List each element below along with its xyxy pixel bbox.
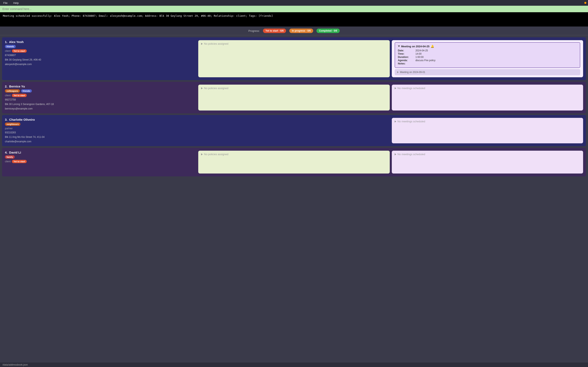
contact-row: 3. Charlotte Oliveiro neighbours partner…: [2, 115, 586, 146]
phone: 93210283: [5, 131, 196, 134]
status-row: clientYet to start: [5, 160, 196, 163]
meeting-time-row: Time: 14:00: [398, 52, 577, 55]
triangle-right-icon: [201, 43, 203, 45]
triangle-right-icon: [397, 71, 399, 73]
progress-bar: Progress: Yet to start - 6/6 In progress…: [0, 26, 588, 35]
meetings-label: No meetings scheduled: [398, 120, 425, 123]
policies-label: No policies assigned: [204, 153, 228, 156]
address: Blk 30 Lorong 3 Serangoon Gardens, #07-1…: [5, 102, 196, 106]
phone: 87438807: [5, 53, 196, 57]
meetings-panel: No meetings scheduled: [392, 85, 583, 110]
tag-colleagues: colleagues: [5, 89, 20, 92]
phone: 99272758: [5, 98, 196, 101]
policies-panel: No policies assigned: [198, 85, 389, 110]
status-badge: Yet to start: [12, 160, 27, 163]
meeting-date-row: Date: 2024-04-25: [398, 49, 577, 52]
email: charlotte@example.com: [5, 140, 196, 143]
meeting-card: Meeting on 2024-04-25 🔔 Date: 2024-04-25…: [395, 42, 580, 68]
email: berniceyu@example.com: [5, 107, 196, 110]
address: Blk 30 Geylang Street 29, #06-40: [5, 58, 196, 62]
triangle-right-icon: [201, 87, 203, 89]
meeting-agenda-row: Agenda: discuss Fire policy: [398, 59, 577, 62]
date-val: 2024-04-25: [415, 49, 428, 52]
tag-neighbours: neighbours: [5, 123, 20, 126]
relationship-label: partner: [5, 127, 13, 130]
meetings-header[interactable]: No meetings scheduled: [395, 87, 580, 90]
relationship-label: client: [5, 50, 11, 52]
duration-val: 1:00:00: [415, 56, 424, 58]
meetings-panel: Meeting on 2024-04-25 🔔 Date: 2024-04-25…: [392, 40, 583, 77]
meetings-header[interactable]: No meetings scheduled: [395, 120, 580, 123]
contact-info: 2. Bernice Yu colleaguesfriends clientYe…: [5, 85, 196, 110]
contact-name: 2. Bernice Yu: [5, 85, 196, 88]
duration-key: Duration:: [398, 56, 414, 58]
policies-label: No policies assigned: [204, 87, 228, 90]
yet-to-start-badge[interactable]: Yet to start - 6/6: [263, 29, 286, 33]
agenda-key: Agenda:: [398, 59, 414, 62]
meeting-title: Meeting on 2024-04-25: [401, 45, 430, 48]
status-row: clientYet to start: [5, 94, 196, 97]
statusbar: /data/addressbook.json: [0, 363, 588, 367]
date-key: Date:: [398, 49, 414, 52]
contact-name: 1. Alex Yeoh: [5, 40, 196, 44]
command-bar: [0, 6, 588, 12]
help-menu[interactable]: Help: [12, 1, 20, 5]
relationship-label: client: [5, 94, 11, 97]
triangle-right-icon: [395, 153, 396, 155]
progress-label: Progress:: [248, 29, 260, 33]
address: Blk 11 Ang Mo Kio Street 74, #11-04: [5, 135, 196, 139]
tag-friends: friends: [21, 89, 32, 92]
policies-header[interactable]: No policies assigned: [201, 42, 387, 45]
policies-empty: [198, 118, 389, 143]
meetings-label: No meetings scheduled: [398, 153, 425, 156]
meeting-notes-row: Notes:: [398, 62, 577, 65]
status-row: partner: [5, 127, 196, 130]
tags-row: colleaguesfriends: [5, 89, 196, 92]
policies-header[interactable]: No policies assigned: [201, 87, 387, 90]
meetings-panel: No meetings scheduled: [392, 151, 583, 174]
triangle-right-icon: [395, 120, 396, 123]
time-val: 14:00: [415, 52, 422, 55]
contact-row: 4. David Li family clientYet to start No…: [2, 148, 586, 176]
notes-key: Notes:: [398, 62, 414, 65]
in-progress-badge[interactable]: In progress - 0/6: [289, 29, 313, 33]
file-menu[interactable]: File: [2, 1, 9, 5]
triangle-right-icon: [201, 153, 203, 155]
output-message: Meeting scheduled successfully: Alex Yeo…: [3, 14, 273, 17]
policies-panel: No policies assigned: [198, 40, 389, 77]
tag-friends: friends: [5, 45, 16, 48]
meeting-secondary[interactable]: Meeting on 2024-09-01: [395, 69, 580, 75]
menubar: File Help: [0, 0, 588, 6]
time-key: Time:: [398, 52, 414, 55]
tags-row: family: [5, 155, 196, 159]
main-content: 1. Alex Yeoh friends clientYet to start …: [0, 35, 588, 363]
dot-indicator: [584, 2, 586, 4]
output-area: Meeting scheduled successfully: Alex Yeo…: [0, 12, 588, 26]
tags-row: neighbours: [5, 123, 196, 126]
email: alexyeoh@example.com: [5, 62, 196, 66]
meeting-header[interactable]: Meeting on 2024-04-25 🔔: [398, 45, 577, 48]
policies-label: No policies assigned: [204, 42, 228, 45]
secondary-meeting-label: Meeting on 2024-09-01: [400, 71, 425, 74]
contact-info: 4. David Li family clientYet to start: [5, 151, 196, 174]
meetings-header[interactable]: No meetings scheduled: [395, 153, 580, 156]
triangle-down-icon: [398, 45, 400, 47]
statusbar-path: /data/addressbook.json: [2, 363, 28, 366]
status-badge: Yet to start: [12, 94, 27, 97]
meetings-panel: No meetings scheduled: [392, 118, 583, 143]
contact-name: 3. Charlotte Oliveiro: [5, 118, 196, 121]
agenda-val: discuss Fire policy: [415, 59, 435, 62]
status-badge: Yet to start: [12, 49, 27, 53]
contact-info: 3. Charlotte Oliveiro neighbours partner…: [5, 118, 196, 143]
command-input[interactable]: [2, 7, 586, 11]
tag-family: family: [5, 155, 15, 159]
contact-row: 1. Alex Yeoh friends clientYet to start …: [2, 37, 586, 80]
contact-name: 4. David Li: [5, 151, 196, 154]
policies-header[interactable]: No policies assigned: [201, 153, 387, 156]
tags-row: friends: [5, 45, 196, 48]
completed-badge[interactable]: Completed - 0/6: [316, 29, 339, 33]
meetings-label: No meetings scheduled: [398, 87, 425, 90]
bell-icon: 🔔: [431, 45, 434, 48]
contact-info: 1. Alex Yeoh friends clientYet to start …: [5, 40, 196, 77]
relationship-label: client: [5, 160, 11, 163]
